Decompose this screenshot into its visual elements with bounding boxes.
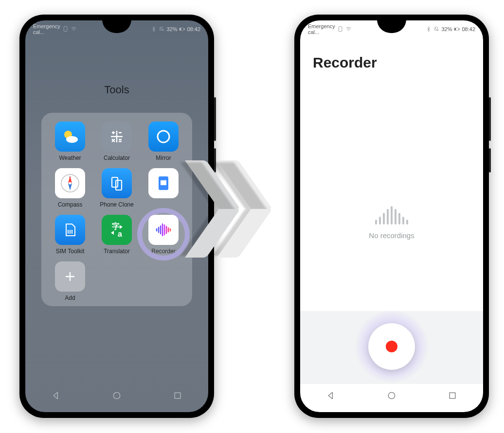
nav-back-icon[interactable] <box>51 391 61 400</box>
app-label: Recorder <box>151 248 175 255</box>
app-label: Phone Clone <box>100 201 133 208</box>
svg-text:N: N <box>69 175 71 178</box>
clock: 08:42 <box>187 26 200 32</box>
system-navbar <box>25 384 208 407</box>
mirror-icon <box>154 127 173 146</box>
svg-rect-41 <box>339 27 342 32</box>
svg-text:a: a <box>118 230 122 238</box>
app-add[interactable]: Add <box>48 261 92 301</box>
weather-icon <box>60 127 80 146</box>
phone-clone-icon <box>107 173 126 193</box>
compass-icon: N <box>60 173 80 193</box>
empty-text: No recordings <box>300 231 483 240</box>
svg-text:字: 字 <box>112 222 120 230</box>
app-calculator[interactable]: Calculator <box>95 121 139 161</box>
app-weather[interactable]: Weather <box>48 121 92 161</box>
empty-state: No recordings <box>300 205 483 240</box>
app-mirror[interactable]: Mirror <box>142 121 185 161</box>
volume-button[interactable] <box>214 97 216 141</box>
plus-icon <box>63 269 77 284</box>
nav-home-icon[interactable] <box>387 391 396 400</box>
wifi-icon <box>71 26 77 32</box>
app-label: Mirror <box>156 155 171 161</box>
record-button-highlight <box>355 310 428 383</box>
svg-rect-44 <box>459 29 460 30</box>
battery-icon <box>454 26 460 32</box>
wifi-icon <box>345 26 352 32</box>
folder-title: Tools <box>25 84 208 96</box>
carrier-text: Emergency cal... <box>308 23 335 35</box>
svg-rect-43 <box>455 28 456 30</box>
app-label: SIM Toolkit <box>56 248 84 255</box>
svg-point-39 <box>113 392 120 398</box>
phone-home: Emergency cal... 32% 08:42 Tools <box>19 15 214 418</box>
svg-marker-18 <box>68 183 72 191</box>
battery-pct: 32% <box>166 26 177 32</box>
carrier-text: Emergency cal... <box>33 23 60 35</box>
nav-recents-icon[interactable] <box>448 391 457 400</box>
transition-arrow <box>219 160 274 258</box>
app-phone-clone[interactable]: Phone Clone <box>95 168 139 208</box>
phone-recorder: Emergency cal... 32% 08:42 Recorder No r… <box>294 15 489 418</box>
svg-rect-21 <box>116 180 122 190</box>
svg-rect-23 <box>161 180 166 185</box>
nav-home-icon[interactable] <box>112 391 122 400</box>
power-button[interactable] <box>489 148 491 173</box>
battery-icon <box>179 26 185 32</box>
svg-rect-46 <box>450 393 455 398</box>
app-label: Weather <box>59 155 81 161</box>
clock: 08:42 <box>462 26 475 32</box>
nav-back-icon[interactable] <box>326 391 336 400</box>
sim-icon <box>62 26 69 32</box>
sim-icon <box>337 26 343 32</box>
app-hidden[interactable] <box>142 168 185 208</box>
app-label: Add <box>65 294 75 301</box>
app-sim-toolkit[interactable]: SIM Toolkit <box>48 215 92 255</box>
app-label: Calculator <box>104 155 130 161</box>
mute-icon <box>433 26 439 32</box>
tools-folder: Weather Calculator <box>41 113 192 306</box>
record-button[interactable] <box>368 323 415 370</box>
svg-rect-0 <box>64 27 67 32</box>
mute-icon <box>159 26 164 32</box>
bluetooth-icon <box>426 26 432 32</box>
sim-icon <box>154 173 173 193</box>
app-translator[interactable]: 字 a Translator <box>95 215 139 255</box>
battery-pct: 32% <box>441 26 452 32</box>
svg-point-15 <box>158 131 169 142</box>
app-label: Compass <box>58 201 83 208</box>
svg-point-45 <box>388 392 395 398</box>
bluetooth-icon <box>151 26 157 32</box>
record-dot-icon <box>386 341 397 352</box>
sim-toolkit-icon <box>60 220 80 240</box>
app-compass[interactable]: N Compass <box>48 168 92 208</box>
page-title: Recorder <box>313 54 377 71</box>
svg-point-5 <box>66 136 78 143</box>
recorder-icon <box>153 219 174 241</box>
app-recorder[interactable]: Recorder <box>142 215 185 255</box>
translator-icon: 字 a <box>106 219 127 241</box>
waveform-icon <box>300 205 483 225</box>
svg-rect-3 <box>184 29 185 30</box>
volume-button[interactable] <box>489 97 491 141</box>
svg-rect-20 <box>112 177 118 187</box>
nav-recents-icon[interactable] <box>173 391 182 400</box>
svg-rect-2 <box>180 28 181 30</box>
svg-rect-40 <box>175 393 180 398</box>
calculator-icon <box>107 127 126 146</box>
app-label: Translator <box>104 248 130 255</box>
system-navbar <box>300 384 483 407</box>
